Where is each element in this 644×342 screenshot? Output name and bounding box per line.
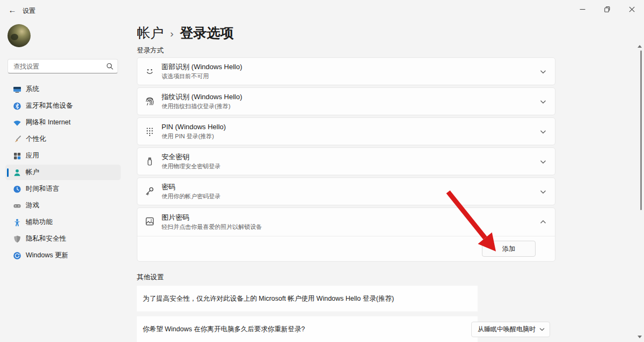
pin-keypad-icon — [144, 126, 155, 137]
back-button[interactable]: ← — [4, 2, 20, 17]
picture-password-icon — [144, 216, 155, 227]
selected-accent-bar — [7, 168, 9, 177]
sidebar-item-accounts[interactable]: 帐户 — [5, 165, 121, 180]
row-subtitle: 使用指纹扫描仪登录(推荐) — [162, 102, 242, 110]
security-key-icon — [144, 156, 155, 167]
search-input[interactable] — [8, 60, 106, 73]
sidebar-item-label: 个性化 — [26, 135, 46, 144]
chevron-down-icon[interactable] — [540, 70, 546, 74]
fingerprint-icon — [144, 96, 155, 107]
row-title: 图片密码 — [162, 213, 262, 222]
sidebar-item-label: Windows 更新 — [26, 251, 68, 260]
close-button[interactable] — [619, 0, 644, 18]
add-button[interactable]: 添加 — [482, 241, 536, 257]
sidebar-item-label: 网络和 Internet — [26, 118, 70, 127]
scrollbar-down-arrow[interactable] — [638, 336, 642, 338]
row-subtitle: 使用你的帐户密码登录 — [162, 192, 221, 200]
system-icon — [13, 85, 21, 94]
apps-grid-icon — [13, 152, 21, 160]
windows-update-icon — [13, 251, 21, 260]
sidebar-item-gaming[interactable]: 游戏 — [5, 198, 121, 213]
avatar — [8, 24, 31, 47]
back-arrow-icon: ← — [9, 5, 17, 14]
minimize-button[interactable] — [570, 0, 595, 18]
face-icon — [144, 66, 155, 77]
chevron-down-icon — [539, 328, 545, 331]
row-require-sign-in: 你希望 Windows 在你离开电脑多久后要求你重新登录? — [137, 316, 478, 342]
row-subtitle: 轻扫并点击你最喜爱的照片以解锁设备 — [162, 223, 262, 231]
scrollbar-thumb[interactable] — [640, 50, 642, 210]
sidebar-nav: 系统 蓝牙和其他设备 网络和 Internet 个性化 应用 帐户 时间和语言 — [5, 81, 121, 264]
restore-button[interactable] — [595, 0, 619, 18]
row-password[interactable]: 密码 使用你的帐户密码登录 — [137, 177, 555, 205]
privacy-shield-icon — [13, 235, 21, 243]
row-picture-password-group: 图片密码 轻扫并点击你最喜爱的照片以解锁设备 添加 — [137, 207, 555, 262]
bluetooth-icon — [13, 102, 21, 110]
row-hello-only-sign-in: 为了提高安全性，仅允许对此设备上的 Microsoft 帐户使用 Windows… — [137, 286, 478, 311]
close-icon — [629, 6, 635, 12]
window-controls — [570, 0, 644, 18]
sidebar-item-label: 应用 — [26, 151, 39, 160]
sidebar-item-windows-update[interactable]: Windows 更新 — [5, 248, 121, 263]
sidebar-item-network[interactable]: 网络和 Internet — [5, 115, 121, 130]
row-fingerprint-recognition[interactable]: 指纹识别 (Windows Hello) 使用指纹扫描仪登录(推荐) — [137, 87, 555, 115]
sidebar-item-label: 系统 — [26, 85, 39, 94]
breadcrumb-accounts[interactable]: 帐户 — [137, 24, 164, 42]
personalization-brush-icon — [13, 135, 21, 144]
minimize-icon — [580, 6, 586, 12]
chevron-down-icon[interactable] — [540, 160, 546, 164]
sidebar-item-label: 蓝牙和其他设备 — [26, 101, 73, 110]
settings-window: ← 设置 系统 蓝牙和其他设备 网络和 — [0, 0, 644, 342]
accounts-person-icon — [13, 168, 21, 177]
time-language-clock-icon — [13, 185, 21, 194]
row-facial-recognition[interactable]: 面部识别 (Windows Hello) 该选项目前不可用 — [137, 57, 555, 85]
search-icon — [106, 63, 114, 70]
row-title: PIN (Windows Hello) — [162, 123, 226, 131]
section-additional-settings: 其他设置 — [137, 273, 164, 282]
row-title: 面部识别 (Windows Hello) — [162, 63, 242, 71]
chevron-down-icon[interactable] — [540, 100, 546, 104]
row-subtitle: 使用 PIN 登录(推荐) — [162, 132, 226, 140]
section-sign-in-ways: 登录方式 — [137, 46, 164, 55]
sidebar-item-label: 隐私和安全性 — [26, 234, 66, 243]
row-subtitle: 该选项目前不可用 — [162, 72, 242, 80]
row-pin[interactable]: PIN (Windows Hello) 使用 PIN 登录(推荐) — [137, 117, 555, 145]
require-sign-in-dropdown[interactable]: 从睡眠中唤醒电脑时 — [471, 322, 550, 337]
page-title: 登录选项 — [180, 24, 233, 42]
network-wifi-icon — [13, 118, 21, 127]
gaming-gamepad-icon — [13, 202, 21, 210]
breadcrumb-separator: › — [170, 27, 173, 40]
row-security-key[interactable]: 安全密钥 使用物理安全密钥登录 — [137, 147, 555, 175]
sidebar-item-apps[interactable]: 应用 — [5, 148, 121, 163]
add-button-label: 添加 — [502, 244, 515, 254]
chevron-up-icon[interactable] — [540, 220, 546, 224]
accessibility-person-icon — [13, 218, 21, 227]
sidebar-item-label: 辅助功能 — [26, 218, 53, 227]
require-sign-in-label: 你希望 Windows 在你离开电脑多久后要求你重新登录? — [143, 325, 305, 334]
breadcrumb: 帐户 › 登录选项 — [137, 24, 233, 42]
row-title: 指纹识别 (Windows Hello) — [162, 93, 242, 101]
sidebar-item-label: 游戏 — [26, 201, 39, 210]
sidebar-item-personalization[interactable]: 个性化 — [5, 131, 121, 147]
dropdown-selected-value: 从睡眠中唤醒电脑时 — [478, 325, 536, 334]
sidebar-item-time-language[interactable]: 时间和语言 — [5, 181, 121, 197]
window-title: 设置 — [23, 6, 35, 16]
password-key-icon — [144, 186, 155, 197]
sidebar-item-system[interactable]: 系统 — [5, 81, 121, 97]
row-subtitle: 使用物理安全密钥登录 — [162, 162, 221, 170]
sidebar-item-accessibility[interactable]: 辅助功能 — [5, 214, 121, 230]
sidebar-item-privacy[interactable]: 隐私和安全性 — [5, 231, 121, 247]
scrollbar-up-arrow[interactable] — [638, 45, 642, 48]
sidebar-item-label: 时间和语言 — [26, 184, 60, 194]
search-box — [8, 59, 118, 73]
row-picture-password[interactable]: 图片密码 轻扫并点击你最喜爱的照片以解锁设备 — [137, 208, 555, 236]
restore-icon — [604, 6, 610, 12]
sidebar-item-label: 帐户 — [26, 168, 39, 177]
sidebar-item-bluetooth[interactable]: 蓝牙和其他设备 — [5, 98, 121, 114]
chevron-down-icon[interactable] — [540, 190, 546, 194]
row-title: 安全密钥 — [162, 153, 221, 161]
sign-in-options-list: 面部识别 (Windows Hello) 该选项目前不可用 指纹识别 (Wind… — [137, 57, 555, 262]
row-title: 密码 — [162, 183, 221, 191]
chevron-down-icon[interactable] — [540, 130, 546, 134]
hello-only-text: 为了提高安全性，仅允许对此设备上的 Microsoft 帐户使用 Windows… — [143, 294, 394, 303]
